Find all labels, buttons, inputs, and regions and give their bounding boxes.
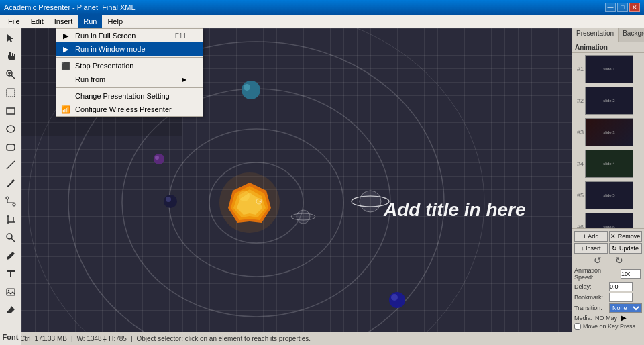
- slide-item-2[interactable]: #2 slide 2: [574, 86, 643, 115]
- menu-help[interactable]: Help: [102, 15, 128, 28]
- slide-item-3[interactable]: #3 slide 3: [574, 117, 643, 147]
- dropdown-separator-1: [56, 57, 203, 58]
- maximize-button[interactable]: □: [617, 3, 628, 12]
- media-row: Media: NO May ▶: [574, 314, 642, 322]
- eraser-tool[interactable]: [2, 301, 19, 319]
- svg-rect-5: [7, 108, 15, 114]
- run-fullscreen[interactable]: ▶ Run in Full Screen F11: [56, 29, 203, 42]
- insert-button[interactable]: ↓ Insert: [574, 243, 608, 254]
- transition-select[interactable]: None Fade Slide: [609, 303, 642, 313]
- tab-background[interactable]: Background: [619, 28, 644, 42]
- delay-input[interactable]: [609, 282, 633, 291]
- next-arrow[interactable]: ↻: [615, 255, 623, 266]
- prev-arrow[interactable]: ↺: [594, 255, 602, 266]
- submenu-arrow: ▶: [182, 77, 186, 83]
- rectangle-tool[interactable]: [2, 102, 19, 119]
- svg-point-36: [297, 210, 310, 224]
- svg-point-29: [155, 156, 159, 160]
- ellipse-tool[interactable]: [2, 120, 19, 138]
- slide-num-5: #5: [574, 192, 584, 199]
- svg-point-10: [13, 203, 15, 206]
- status-separator-2: |: [131, 335, 133, 342]
- svg-point-33: [360, 191, 381, 212]
- left-toolbar: [0, 28, 21, 332]
- run-from[interactable]: Run from ▶: [56, 72, 203, 86]
- bookmark-row: Bookmark:: [574, 293, 642, 302]
- connector-tool[interactable]: [2, 193, 19, 210]
- status-ctrl: Ctrl: [20, 335, 31, 342]
- svg-point-14: [7, 290, 9, 291]
- titlebar: Academic Presenter - Planet_Final.XML — …: [0, 0, 644, 15]
- pen-tool[interactable]: [2, 247, 19, 264]
- text-tool[interactable]: [2, 265, 19, 283]
- magnifier-tool[interactable]: [2, 229, 19, 246]
- anim-arrows-row: ↺ ↻: [574, 255, 642, 266]
- minimize-button[interactable]: —: [605, 3, 616, 12]
- right-panel: Presentation Background S ▲ ▼ Animation …: [572, 28, 644, 332]
- status-size: W: 1348 ǂ H:785: [77, 335, 127, 342]
- slide-thumb-img-2: slide 2: [585, 87, 633, 115]
- svg-line-1: [11, 75, 15, 79]
- transition-row: Transition: None Fade Slide: [574, 303, 642, 313]
- rounded-rect-tool[interactable]: [2, 138, 19, 156]
- menu-edit[interactable]: Edit: [25, 15, 49, 28]
- run-fullscreen-icon: ▶: [60, 30, 71, 41]
- slide-thumb-img-1: slide 1: [585, 55, 633, 83]
- animation-panel: + Add ✕ Remove ↓ Insert ↻ Update ↺ ↻ Ani…: [572, 228, 644, 332]
- line-tool[interactable]: [2, 156, 19, 174]
- image-tool[interactable]: [2, 283, 19, 301]
- panel-tabs: Presentation Background S ▲ ▼: [572, 28, 644, 42]
- slide-item-4[interactable]: #4 slide 4: [574, 149, 643, 179]
- slide-num-4: #4: [574, 160, 584, 167]
- media-label: Media:: [574, 315, 592, 322]
- zoom-tool[interactable]: [2, 66, 19, 83]
- close-button[interactable]: ✕: [629, 3, 640, 12]
- bookmark-input[interactable]: [609, 293, 633, 302]
- slide-num-2: #2: [574, 97, 584, 104]
- svg-point-39: [389, 292, 405, 308]
- font-button[interactable]: Font: [0, 328, 21, 345]
- add-button[interactable]: + Add: [574, 231, 608, 242]
- svg-point-6: [7, 126, 15, 132]
- svg-point-31: [166, 197, 171, 202]
- delay-row: Delay:: [574, 282, 642, 291]
- menu-insert[interactable]: Insert: [49, 15, 78, 28]
- svg-point-25: [239, 191, 250, 201]
- svg-point-38: [260, 201, 262, 203]
- change-presentation-setting[interactable]: Change Presentation Setting: [56, 89, 203, 103]
- animation-speed-input[interactable]: [621, 269, 641, 279]
- slide-num-1: #1: [574, 66, 584, 72]
- hand-tool[interactable]: [2, 48, 19, 65]
- stop-presentation[interactable]: ⬛ Stop Presentation: [56, 59, 203, 72]
- run-window-mode[interactable]: ▶ Run in Window mode: [56, 42, 203, 56]
- slide-item-5[interactable]: #5 slide 5: [574, 181, 643, 210]
- insert-update-row: ↓ Insert ↻ Update: [574, 243, 642, 254]
- slide-thumb-img-5: slide 5: [585, 181, 633, 209]
- crop-tool[interactable]: [2, 211, 19, 228]
- svg-point-30: [164, 195, 177, 208]
- app-title: Academic Presenter - Planet_Final.XML: [4, 3, 136, 11]
- add-remove-row: + Add ✕ Remove: [574, 231, 642, 242]
- svg-rect-7: [7, 144, 15, 150]
- svg-point-28: [154, 154, 164, 164]
- select-tool[interactable]: [2, 84, 19, 101]
- titlebar-controls: — □ ✕: [605, 3, 640, 12]
- status-message: Object selector: click on an element to …: [136, 335, 311, 342]
- media-play-button[interactable]: ▶: [621, 314, 627, 322]
- slide-item-1[interactable]: #1 slide 1: [574, 54, 643, 84]
- menu-run[interactable]: Run: [78, 15, 102, 28]
- configure-wireless[interactable]: 📶 Configure Wireless Presenter: [56, 103, 203, 116]
- arrow-tool[interactable]: [2, 175, 19, 192]
- slide-list[interactable]: #1 slide 1 #2 slide 2 #3 slide 3 #4 slid…: [572, 53, 644, 228]
- update-button[interactable]: ↻ Update: [609, 243, 643, 254]
- move-on-key-press-checkbox[interactable]: [574, 323, 581, 330]
- wireless-icon: 📶: [60, 104, 71, 115]
- pointer-tool[interactable]: [2, 30, 19, 47]
- slide-item-6[interactable]: #6 slide 6: [574, 212, 643, 228]
- tab-presentation[interactable]: Presentation: [572, 28, 619, 42]
- remove-button[interactable]: ✕ Remove: [609, 231, 643, 242]
- menu-file[interactable]: File: [3, 15, 25, 28]
- status-separator-1: |: [71, 335, 73, 342]
- slide-num-6: #6: [574, 224, 584, 228]
- bookmark-label: Bookmark:: [574, 294, 608, 301]
